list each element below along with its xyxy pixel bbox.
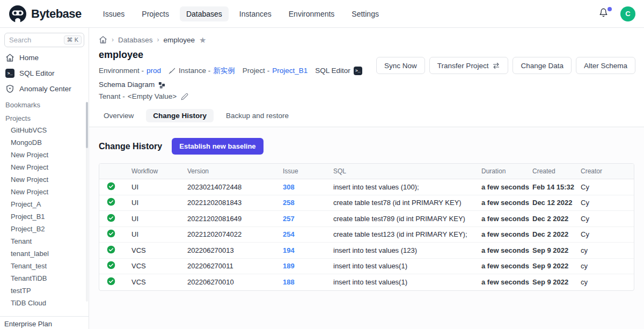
- brand-name: Bytebase: [31, 7, 82, 21]
- topnav-menu: IssuesProjectsDatabasesInstancesEnvironm…: [97, 6, 385, 21]
- table-row[interactable]: UI20221202081649257create table test789 …: [99, 211, 634, 227]
- notification-dot: [608, 7, 612, 11]
- user-avatar[interactable]: C: [620, 6, 635, 21]
- topnav-item-projects[interactable]: Projects: [135, 6, 175, 21]
- table-header: WorkflowVersionIssueSQLDurationCreatedCr…: [99, 164, 634, 179]
- cell-sql: insert into test values(1): [331, 278, 479, 286]
- bytebase-logo[interactable]: Bytebase: [9, 5, 82, 23]
- col-workflow: Workflow: [129, 164, 185, 179]
- cell-workflow: VCS: [129, 262, 185, 270]
- edit-pencil-icon[interactable]: [181, 93, 188, 100]
- schema-diagram-link[interactable]: Schema Diagram: [99, 79, 166, 91]
- cell-version: 20221202081843: [185, 199, 281, 207]
- issue-link[interactable]: 194: [283, 246, 295, 254]
- cell-duration: a few seconds: [479, 246, 530, 254]
- sidebar-project-tenant-test[interactable]: Tenant_test: [0, 260, 89, 272]
- sidebar-scrollbar-thumb[interactable]: [86, 102, 88, 148]
- sidebar-project-project-b2[interactable]: Project_B2: [0, 223, 89, 235]
- main-content: › Databases › employee ★ employee Enviro…: [89, 28, 644, 329]
- change-data-button[interactable]: Change Data: [513, 57, 572, 74]
- notifications-bell-icon[interactable]: [599, 8, 611, 20]
- cell-created: Feb 14 15:32: [530, 183, 579, 191]
- col-sql: SQL: [331, 164, 479, 179]
- breadcrumb: › Databases › employee ★: [89, 28, 644, 44]
- sidebar-project-tenant-label[interactable]: tenant_label: [0, 247, 89, 260]
- breadcrumb-home-icon[interactable]: [99, 35, 107, 44]
- cell-version: 202206270013: [185, 246, 281, 254]
- tab-overview[interactable]: Overview: [97, 109, 141, 122]
- sidebar-project-mongodb[interactable]: MongoDB: [0, 136, 89, 149]
- breadcrumb-employee: employee: [164, 36, 195, 44]
- bookmark-star-icon[interactable]: ★: [199, 36, 206, 44]
- cell-workflow: VCS: [129, 278, 185, 286]
- sidebar-project-tidb-cloud[interactable]: TiDB Cloud: [0, 297, 89, 309]
- table-row[interactable]: VCS202206270013194insert into test value…: [99, 243, 634, 259]
- bytebase-logo-icon: [9, 5, 27, 23]
- sidebar-project-new-project[interactable]: New Project: [0, 149, 89, 161]
- establish-baseline-button[interactable]: Establish new baseline: [172, 138, 263, 155]
- sidebar-item-home[interactable]: Home: [0, 50, 89, 65]
- schema-diagram-icon: [158, 81, 166, 89]
- meta-environment: Environment - prod: [99, 65, 161, 77]
- topnav-item-environments[interactable]: Environments: [282, 6, 341, 21]
- sidebar-project-new-project[interactable]: New Project: [0, 186, 89, 198]
- table-row[interactable]: VCS202206270011189insert into test value…: [99, 259, 634, 275]
- cell-creator: cy: [579, 278, 634, 286]
- search-box[interactable]: ⌘ K: [4, 33, 84, 47]
- chevron-right-icon: ›: [112, 36, 114, 43]
- alter-schema-button[interactable]: Alter Schema: [576, 57, 635, 74]
- cell-created: Sep 9 2022: [530, 246, 579, 254]
- table-row[interactable]: VCS202206270010188insert into test value…: [99, 274, 634, 290]
- issue-link[interactable]: 254: [283, 230, 295, 238]
- topnav-item-settings[interactable]: Settings: [345, 6, 385, 21]
- sidebar-section-bookmarks: Bookmarks: [0, 97, 89, 111]
- issue-link[interactable]: 257: [283, 215, 295, 223]
- cell-version: 20221202081649: [185, 215, 281, 223]
- environment-link[interactable]: prod: [147, 65, 161, 77]
- status-done-icon: [107, 277, 115, 287]
- sidebar-project-new-project[interactable]: New Project: [0, 161, 89, 173]
- top-navbar: Bytebase IssuesProjectsDatabasesInstance…: [0, 0, 644, 28]
- cell-created: Dec 2 2022: [530, 215, 579, 223]
- issue-link[interactable]: 189: [283, 262, 295, 270]
- page-header: employee Environment - prod Instance - 新…: [99, 49, 376, 103]
- sidebar-item-anomaly-center[interactable]: Anomaly Center: [0, 82, 89, 96]
- sidebar-project-tenanttidb[interactable]: TenantTiDB: [0, 272, 89, 284]
- cell-workflow: UI: [129, 183, 185, 191]
- tab-backup-and-restore[interactable]: Backup and restore: [219, 109, 296, 122]
- instance-link[interactable]: 新实例: [213, 65, 235, 77]
- transfer-project-button[interactable]: Transfer Project: [429, 57, 509, 74]
- terminal-icon: >_: [5, 69, 14, 78]
- sql-editor-link[interactable]: SQL Editor >_: [315, 65, 362, 77]
- sidebar-project-testtp[interactable]: testTP: [0, 284, 89, 297]
- table-row[interactable]: UI20221202074022254create table test123 …: [99, 227, 634, 243]
- meta-instance: Instance - 新实例: [169, 65, 235, 77]
- cell-sql: insert into test values(1): [331, 262, 479, 270]
- cell-sql: create table test789 (id int PRIMARY KEY…: [331, 215, 479, 223]
- sidebar-item-sql-editor[interactable]: >_ SQL Editor: [0, 66, 89, 81]
- topnav-item-instances[interactable]: Instances: [233, 6, 278, 21]
- topnav-item-databases[interactable]: Databases: [180, 6, 229, 21]
- sidebar-project-new-project[interactable]: New Project: [0, 173, 89, 186]
- issue-link[interactable]: 188: [283, 278, 295, 286]
- issue-link[interactable]: 308: [283, 183, 295, 191]
- sidebar-project-project-b1[interactable]: Project_B1: [0, 210, 89, 223]
- table-row[interactable]: UI20230214072448308insert into test valu…: [99, 179, 634, 195]
- col-version: Version: [185, 164, 281, 179]
- project-link[interactable]: Project_B1: [272, 65, 308, 77]
- sidebar-project-githubvcs[interactable]: GitHubVCS: [0, 124, 89, 136]
- breadcrumb-databases[interactable]: Databases: [118, 36, 153, 44]
- sidebar-project-tenant[interactable]: Tenant: [0, 235, 89, 247]
- issue-link[interactable]: 258: [283, 199, 295, 207]
- table-row[interactable]: UI20221202081843258create table test78 (…: [99, 195, 634, 211]
- cell-creator: Cy: [579, 199, 634, 207]
- topnav-item-issues[interactable]: Issues: [97, 6, 131, 21]
- sync-now-button[interactable]: Sync Now: [376, 57, 425, 74]
- tab-change-history[interactable]: Change History: [146, 109, 214, 122]
- chevron-right-icon: ›: [157, 36, 159, 43]
- search-input[interactable]: [9, 36, 57, 44]
- cell-creator: Cy: [579, 215, 634, 223]
- sidebar-projects-list: GitHubVCSMongoDBNew ProjectNew ProjectNe…: [0, 124, 89, 309]
- tab-content: Change History Establish new baseline Wo…: [89, 127, 644, 329]
- sidebar-project-project-a[interactable]: Project_A: [0, 198, 89, 210]
